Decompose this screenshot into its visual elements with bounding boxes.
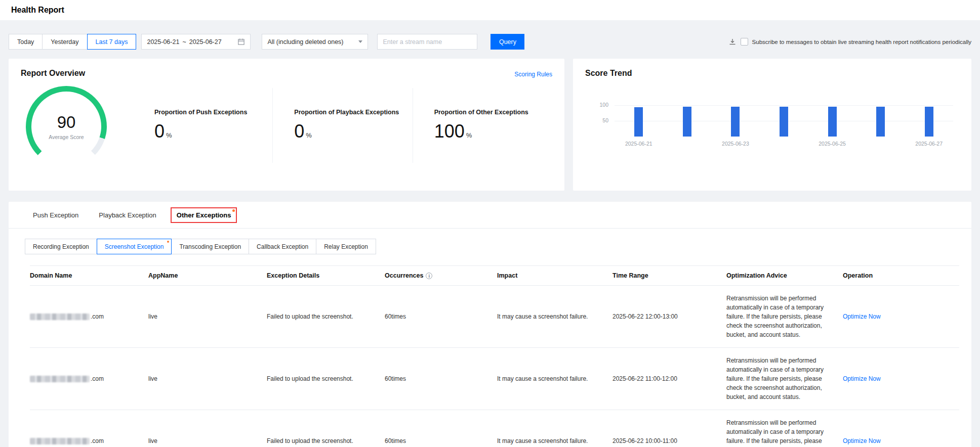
table-body: .comliveFailed to upload the screenshot.… [30,286,959,447]
range-button-yesterday[interactable]: Yesterday [42,34,87,50]
stat-value: 100 % [434,121,552,142]
subtab-callback-exception[interactable]: Callback Exception [249,239,316,254]
trend-bar [876,107,885,137]
column-header-label: Exception Details [267,272,319,279]
report-overview-title: Report Overview [21,69,552,78]
date-separator: ~ [182,38,186,46]
trend-bar [634,107,643,137]
occurrences-cell: 60times [385,375,497,382]
bar-slot [634,107,643,137]
occurrences-info-icon[interactable]: i [426,273,432,279]
tab-label: Push Exception [33,211,78,219]
top-header: Health Report [0,0,980,20]
column-header-operation: Operation [843,266,959,285]
report-overview-card: Report Overview Scoring Rules 90 Average… [9,59,564,191]
impact-cell: It may cause a screenshot failure. [497,437,612,444]
date-start: 2025-06-21 [147,38,179,46]
subtab-label: Screenshot Exception [105,243,164,250]
app-name-cell: live [148,375,267,382]
gauge-inner: 90 Average Score [31,92,101,161]
tab-other-exceptions[interactable]: Other Exceptions [177,211,231,219]
chevron-down-icon [358,40,362,43]
column-header-appname: AppName [148,266,267,285]
exception-subtabs: Recording ExceptionScreenshot ExceptionT… [25,239,971,254]
exception-detail-card: Push ExceptionPlayback ExceptionOther Ex… [9,202,971,447]
range-button-last-7-days[interactable]: Last 7 days [87,34,137,50]
x-axis-labels: 2025-06-212025-06-232025-06-252025-06-27 [615,141,953,147]
average-score-value: 90 [57,113,76,132]
trend-bar [925,107,933,137]
stat-number: 100 [434,121,465,142]
stat-number: 0 [294,121,304,142]
trend-bar [683,107,691,137]
subscribe-area: Subscribe to messages to obtain live str… [728,38,971,46]
subtab-label: Transcoding Exception [179,243,241,250]
stream-filter-select[interactable]: All (including deleted ones) [262,34,368,50]
date-range-picker[interactable]: 2025-06-21 ~ 2025-06-27 [141,34,251,50]
average-score-gauge: 90 Average Score [26,86,107,167]
filter-bar: TodayYesterdayLast 7 days 2025-06-21 ~ 2… [9,34,971,50]
subtab-transcoding-exception[interactable]: Transcoding Exception [171,239,249,254]
table-header-row: Domain NameAppNameException DetailsOccur… [30,265,959,286]
subtab-screenshot-exception[interactable]: Screenshot Exception [97,239,172,254]
exception-table: Domain NameAppNameException DetailsOccur… [30,265,959,447]
scoring-rules-link[interactable]: Scoring Rules [514,71,552,78]
domain-suffix: .com [91,313,104,320]
trend-bar [828,107,837,137]
overview-row: Report Overview Scoring Rules 90 Average… [9,59,971,191]
y-tick-label: 50 [586,117,608,123]
optimization-advice-cell: Retransmission will be performed automat… [726,410,843,447]
time-range-cell: 2025-06-22 11:00-12:00 [612,375,726,382]
column-header-label: AppName [148,272,178,279]
exception-tabs: Push ExceptionPlayback ExceptionOther Ex… [9,202,971,229]
app-name-cell: live [148,313,267,320]
column-header-occurrences: Occurrencesi [385,266,497,285]
occurrences-cell: 60times [385,313,497,320]
column-header-label: Operation [843,272,873,279]
trend-bars [615,97,953,137]
stream-name-input[interactable] [377,34,477,50]
column-header-label: Optimization Advice [726,272,787,279]
optimize-now-link[interactable]: Optimize Now [843,313,881,320]
subtab-label: Recording Exception [33,243,89,250]
time-range-cell: 2025-06-22 12:00-13:00 [612,313,726,320]
subtab-recording-exception[interactable]: Recording Exception [25,239,97,254]
operation-cell: Optimize Now [843,375,959,382]
subtab-relay-exception[interactable]: Relay Exception [316,239,376,254]
domain-name-cell: .com [30,313,148,320]
average-score-caption: Average Score [49,134,84,140]
stat-label: Proportion of Push Exceptions [154,109,272,116]
x-tick-label: 2025-06-23 [711,141,760,147]
bar-slot [731,107,740,137]
column-header-label: Time Range [612,272,648,279]
range-button-today[interactable]: Today [9,34,43,50]
bar-slot [780,107,788,137]
bar-slot [876,107,885,137]
column-header-label: Impact [497,272,517,279]
quick-range-group: TodayYesterdayLast 7 days [9,34,136,50]
redacted-domain [30,438,90,444]
optimization-advice-cell: Retransmission will be performed automat… [726,286,843,347]
optimize-now-link[interactable]: Optimize Now [843,437,881,444]
x-tick-label [856,141,905,147]
optimize-now-link[interactable]: Optimize Now [843,375,881,382]
query-button[interactable]: Query [491,34,524,50]
subscribe-checkbox[interactable] [741,38,748,46]
impact-cell: It may cause a screenshot failure. [497,375,612,382]
stat-label: Proportion of Other Exceptions [434,109,552,116]
impact-cell: It may cause a screenshot failure. [497,313,612,320]
column-header-exception-details: Exception Details [267,266,385,285]
download-icon[interactable] [728,38,737,46]
stat-value: 0 % [154,121,272,142]
stat-value: 0 % [294,121,412,142]
tab-playback-exception[interactable]: Playback Exception [99,211,156,219]
tab-push-exception[interactable]: Push Exception [33,211,78,219]
subtab-label: Callback Exception [257,243,308,250]
stat-unit: % [306,131,312,139]
app-name-cell: live [148,437,267,444]
time-range-cell: 2025-06-22 10:00-11:00 [612,437,726,444]
bar-slot [683,107,691,137]
y-tick-label: 100 [586,102,608,108]
operation-cell: Optimize Now [843,313,959,320]
notification-dot-icon [167,241,169,243]
